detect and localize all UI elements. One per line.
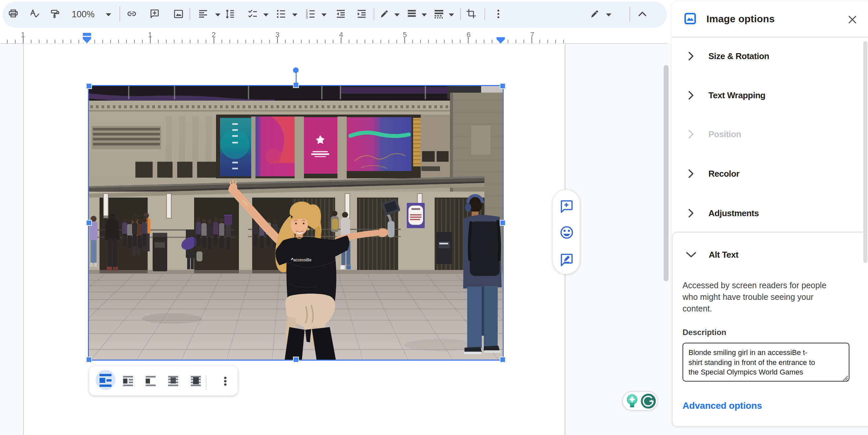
svg-text:3: 3 <box>306 16 308 19</box>
svg-text:5: 5 <box>403 31 407 39</box>
svg-text:4: 4 <box>339 31 343 39</box>
svg-text:1: 1 <box>148 31 152 39</box>
svg-text:1: 1 <box>21 31 25 39</box>
svg-text:7: 7 <box>530 31 534 39</box>
svg-text:3: 3 <box>275 31 279 39</box>
svg-text:2: 2 <box>212 31 216 39</box>
svg-text:6: 6 <box>467 31 470 39</box>
